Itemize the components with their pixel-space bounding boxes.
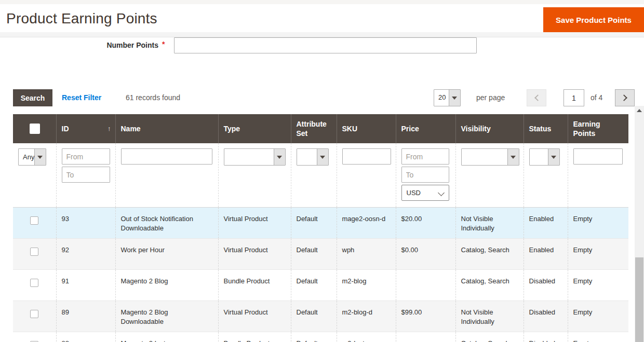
column-header-name[interactable]: Name — [115, 114, 218, 143]
filter-id-to-input[interactable] — [62, 167, 110, 183]
filter-name-input[interactable] — [121, 148, 212, 165]
column-header-visibility[interactable]: Visibility — [455, 114, 524, 143]
chevron-down-icon — [507, 149, 519, 165]
cell-type: Bundle Product — [218, 332, 291, 342]
cell-name: Out of Stock Notification Downloadable — [115, 208, 218, 239]
cell-visibility: Not Visible Individually — [455, 301, 524, 332]
filter-price-from-input[interactable] — [401, 148, 449, 165]
cell-earning-points: Empty — [568, 301, 628, 332]
row-checkbox[interactable] — [30, 216, 38, 225]
filter-currency-select[interactable]: USD — [401, 185, 449, 201]
top-strip — [0, 0, 644, 4]
filter-id-from-input[interactable] — [62, 148, 110, 165]
total-pages-text: of 4 — [591, 93, 602, 102]
save-product-points-button[interactable]: Save Product Points — [543, 7, 644, 32]
cell-attribute-set: Default — [291, 301, 337, 332]
chevron-down-icon — [449, 90, 460, 106]
header-select-all — [13, 114, 56, 143]
table-row[interactable]: 93 Out of Stock Notification Downloadabl… — [13, 208, 628, 239]
cell-status: Disabled — [524, 301, 568, 332]
column-header-earning-points[interactable]: Earning Points — [568, 114, 628, 143]
page-title: Product Earning Points — [6, 10, 157, 27]
number-points-input[interactable] — [174, 37, 477, 53]
filter-earning-points-input[interactable] — [573, 148, 623, 165]
cell-price: $99.00 — [396, 301, 455, 332]
column-header-id[interactable]: ID↑ — [56, 114, 115, 143]
cell-id: 89 — [56, 301, 115, 332]
cell-id: 91 — [56, 270, 115, 301]
current-page-input[interactable] — [564, 89, 584, 106]
cell-type: Bundle Product — [218, 270, 291, 301]
select-all-checkbox[interactable] — [30, 124, 40, 134]
chevron-left-icon — [534, 94, 541, 101]
per-page-value: 20 — [434, 90, 449, 106]
cell-attribute-set: Default — [291, 332, 337, 342]
filter-sku-input[interactable] — [342, 148, 391, 165]
cell-earning-points: Empty — [568, 270, 628, 301]
cell-sku: m2-blog-d — [337, 301, 396, 332]
per-page-label: per page — [476, 93, 505, 102]
cell-status: Disabled — [524, 332, 568, 342]
filter-visibility-select[interactable] — [461, 148, 519, 166]
filter-attribute-set-select[interactable] — [297, 148, 329, 166]
row-checkbox[interactable] — [30, 248, 38, 256]
records-found-text: 61 records found — [126, 93, 180, 102]
column-header-status[interactable]: Status — [524, 114, 568, 143]
column-header-type[interactable]: Type — [218, 114, 291, 143]
column-header-attribute-set[interactable]: Attribute Set — [291, 114, 337, 143]
cell-visibility: Catalog, Search — [455, 239, 524, 270]
cell-sku: wph — [337, 239, 396, 270]
vertical-scrollbar[interactable] — [635, 106, 644, 342]
cell-id: 93 — [56, 208, 115, 239]
cell-type: Virtual Product — [218, 239, 291, 270]
cell-earning-points: Empty — [568, 239, 628, 270]
filter-type-select[interactable] — [224, 148, 286, 166]
cell-sku: m2-Insta — [337, 332, 396, 342]
search-button[interactable]: Search — [13, 89, 52, 106]
next-page-button[interactable] — [615, 89, 635, 106]
number-points-label: Number Points — [0, 41, 158, 49]
cell-id: 88 — [56, 332, 115, 342]
table-row[interactable]: 91 Magento 2 Blog Bundle Product Default… — [13, 270, 628, 301]
row-checkbox[interactable] — [30, 279, 38, 287]
chevron-down-icon — [34, 149, 46, 165]
chevron-down-icon — [317, 149, 328, 165]
cell-type: Virtual Product — [218, 301, 291, 332]
required-asterisk: * — [162, 40, 165, 48]
table-row[interactable]: 88 Magento 2 Instagram Bundle Product De… — [13, 332, 628, 342]
massaction-select[interactable]: Any — [18, 148, 46, 166]
cell-name: Work per Hour — [115, 239, 218, 270]
cell-status: Enabled — [524, 239, 568, 270]
row-checkbox[interactable] — [30, 310, 38, 318]
cell-earning-points: Empty — [568, 332, 628, 342]
table-row[interactable]: 92 Work per Hour Virtual Product Default… — [13, 239, 628, 270]
column-header-price[interactable]: Price — [396, 114, 455, 143]
reset-filter-link[interactable]: Reset Filter — [62, 93, 101, 102]
cell-attribute-set: Default — [291, 270, 337, 301]
column-header-sku[interactable]: SKU — [337, 114, 396, 143]
cell-attribute-set: Default — [291, 208, 337, 239]
cell-id: 92 — [56, 239, 115, 270]
sort-asc-icon: ↑ — [108, 124, 111, 133]
header-divider — [0, 32, 644, 37]
chevron-down-icon — [274, 149, 285, 165]
cell-name: Magento 2 Instagram — [115, 332, 218, 342]
previous-page-button[interactable] — [527, 89, 546, 106]
chevron-right-icon — [621, 94, 627, 101]
cell-price: $20.00 — [396, 208, 455, 239]
cell-price: $0.00 — [396, 239, 455, 270]
cell-name: Magento 2 Blog — [115, 270, 218, 301]
filter-price-to-input[interactable] — [401, 167, 449, 183]
grid-filter-row: Any — [13, 143, 628, 208]
scroll-up-icon[interactable] — [635, 106, 644, 115]
grid-header-row: ID↑ Name Type Attribute Set SKU Price Vi… — [13, 114, 628, 143]
cell-visibility: Catalog, Search — [455, 332, 524, 342]
table-row[interactable]: 89 Magento 2 Blog Downloadable Virtual P… — [13, 301, 628, 332]
cell-price — [396, 270, 455, 301]
filter-status-select[interactable] — [529, 148, 560, 166]
scrollbar-thumb[interactable] — [635, 257, 643, 342]
cell-status: Enabled — [524, 208, 568, 239]
per-page-select[interactable]: 20 — [434, 89, 461, 106]
product-grid: ID↑ Name Type Attribute Set SKU Price Vi… — [13, 114, 628, 342]
chevron-down-icon — [548, 149, 559, 165]
